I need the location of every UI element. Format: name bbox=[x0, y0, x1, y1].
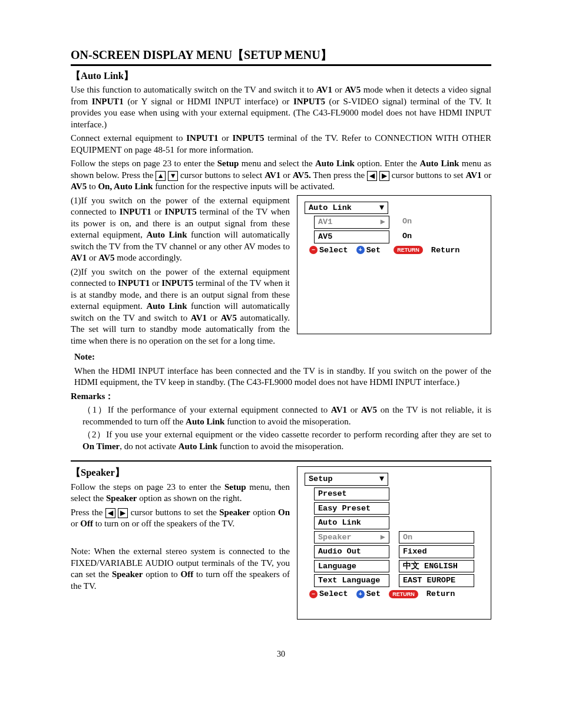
page-number: 30 bbox=[71, 649, 491, 660]
remarks-label: Remarks： bbox=[71, 391, 491, 403]
osd-autolink-title: Auto Link▼ bbox=[305, 202, 388, 215]
osd-row-av5[interactable]: AV5 bbox=[314, 230, 389, 243]
down-triangle-icon: ▼ bbox=[379, 474, 384, 485]
osd-value-av5: On bbox=[399, 230, 474, 243]
right-triangle-icon: ▶ bbox=[381, 217, 385, 228]
return-pill-icon: RETURN bbox=[394, 246, 423, 254]
osd-row-language[interactable]: Language bbox=[314, 560, 389, 573]
left-arrow-icon: ◀ bbox=[367, 171, 377, 181]
osd-row-preset[interactable]: Preset bbox=[314, 487, 389, 500]
minus-icon: – bbox=[309, 246, 318, 254]
note-label: Note: bbox=[74, 351, 491, 363]
osd-setup-title: Setup▼ bbox=[305, 473, 388, 486]
osd-value-speaker: On bbox=[399, 531, 474, 544]
section-divider bbox=[71, 460, 491, 462]
return-pill-icon: RETURN bbox=[389, 590, 418, 598]
right-arrow-icon: ▶ bbox=[379, 171, 389, 181]
osd-setup-panel: Setup▼ Preset Easy Preset Auto Link Spea… bbox=[297, 466, 491, 620]
left-arrow-icon: ◀ bbox=[105, 508, 115, 518]
down-arrow-icon: ▼ bbox=[168, 171, 178, 181]
osd-setup-footer: –Select +Set RETURN Return bbox=[305, 589, 484, 599]
osd-value-textlang: EAST EUROPE bbox=[399, 574, 474, 587]
osd-row-audioout[interactable]: Audio Out bbox=[314, 545, 389, 558]
right-arrow-icon: ▶ bbox=[118, 508, 128, 518]
autolink-connect: Connect external equipment to INPUT1 or … bbox=[71, 133, 491, 156]
osd-autolink-panel: Auto Link▼ AV1▶ On AV5 On –Select +Set R… bbox=[297, 195, 491, 334]
minus-icon: – bbox=[309, 590, 318, 598]
remark-1: （1）If the performance of your external e… bbox=[82, 404, 491, 427]
remark-2: （2）If you use your external equipment or… bbox=[82, 429, 491, 452]
plus-icon: + bbox=[356, 246, 365, 254]
up-arrow-icon: ▲ bbox=[156, 171, 166, 181]
osd-row-textlang[interactable]: Text Language bbox=[314, 574, 389, 587]
section-autolink-heading: 【Auto Link】 bbox=[71, 70, 491, 82]
osd-row-easypreset[interactable]: Easy Preset bbox=[314, 502, 389, 515]
osd-row-av1[interactable]: AV1▶ bbox=[314, 216, 389, 229]
right-triangle-icon: ▶ bbox=[381, 532, 385, 543]
plus-icon: + bbox=[356, 590, 365, 598]
osd-value-language: 中文 ENGLISH bbox=[399, 560, 474, 573]
page-title: ON-SCREEN DISPLAY MENU【SETUP MENU】 bbox=[71, 47, 491, 66]
down-triangle-icon: ▼ bbox=[379, 203, 384, 213]
osd-value-av1: On bbox=[399, 216, 474, 229]
autolink-intro: Use this function to automatically switc… bbox=[71, 84, 491, 130]
autolink-steps: Follow the steps on page 23 to enter the… bbox=[71, 158, 491, 193]
remarks-list: （1）If the performance of your external e… bbox=[71, 404, 491, 452]
osd-value-audioout: Fixed bbox=[399, 545, 474, 558]
osd-autolink-footer: –Select +Set RETURN Return bbox=[305, 245, 484, 256]
osd-row-autolink[interactable]: Auto Link bbox=[314, 516, 389, 529]
osd-row-speaker[interactable]: Speaker▶ bbox=[314, 531, 389, 544]
note-text: When the HDMI INPUT interface has been c… bbox=[74, 365, 491, 388]
